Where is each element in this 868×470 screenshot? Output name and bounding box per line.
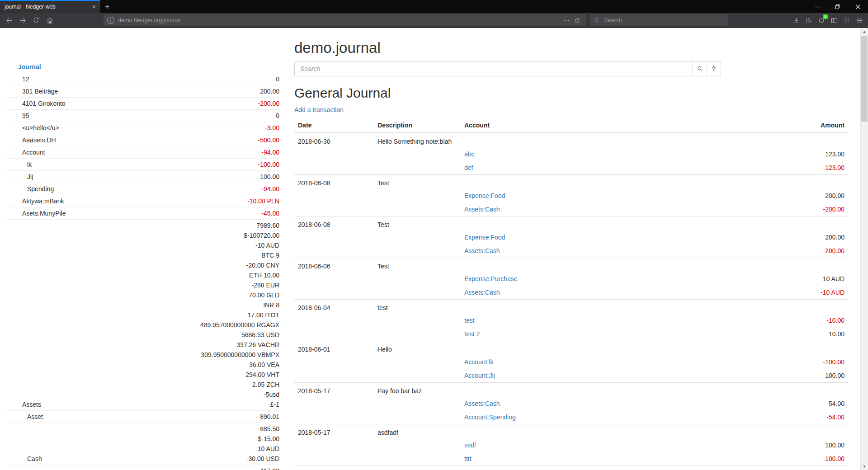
url-domain: demo.hledger.org xyxy=(118,17,162,24)
minimize-button[interactable] xyxy=(807,0,827,13)
posting-account-link[interactable]: Assets:Cash xyxy=(464,206,500,213)
posting-account-cell: Expense:Food xyxy=(461,233,749,242)
sidebar-heading-row: Journal xyxy=(7,61,279,73)
spacer xyxy=(374,371,461,380)
transaction[interactable]: 2018-05-17asdfadfssdf100.00tttt-100.00 xyxy=(294,424,848,465)
forward-button[interactable] xyxy=(16,14,29,27)
account-link[interactable]: 12 xyxy=(7,74,29,84)
tx-description: test xyxy=(374,303,461,312)
posting-account-link[interactable]: Expense:Food xyxy=(464,192,505,199)
posting-account-link[interactable]: ssdf xyxy=(464,442,476,449)
close-button[interactable] xyxy=(848,0,868,13)
browser-search-input[interactable] xyxy=(603,17,725,24)
transaction[interactable]: 2018-06-06TestExpense:Purchase10 AUDAsse… xyxy=(294,258,848,299)
account-balance: -200.00 xyxy=(258,99,279,108)
browser-search-bar[interactable] xyxy=(590,14,728,26)
account-link[interactable]: Asset xyxy=(7,412,43,422)
account-link[interactable]: Cash xyxy=(7,454,42,464)
posting-account-link[interactable]: test xyxy=(464,317,475,324)
posting-account-link[interactable]: Assets:Cash xyxy=(464,247,500,254)
journal-search-input[interactable] xyxy=(294,61,693,76)
account-link[interactable]: Jij xyxy=(7,172,33,182)
posting-account-link[interactable]: test 2 xyxy=(464,330,480,338)
transaction[interactable]: 2018-06-08TestExpense:Food200.00Assets:C… xyxy=(294,174,848,216)
account-link[interactable]: 95 xyxy=(7,111,29,121)
scrollbar-up-arrow[interactable]: ▲ xyxy=(861,28,868,35)
transaction[interactable]: 2018-05-17Pay foo bar bazAssets:Cash54.0… xyxy=(294,382,848,424)
posting-account-link[interactable]: Expense:Purchase xyxy=(464,275,518,282)
new-tab-button[interactable]: + xyxy=(100,0,114,13)
page-actions-icon[interactable] xyxy=(561,15,572,26)
search-help-button[interactable]: ? xyxy=(707,61,721,76)
tab-close-icon[interactable]: × xyxy=(90,4,98,10)
transaction[interactable]: 2018-06-08TestExpense:Food200.00Assets:C… xyxy=(294,216,848,258)
posting-account-cell: Expense:Purchase xyxy=(461,274,749,283)
posting-account-link[interactable]: tttt xyxy=(464,455,472,462)
scrollbar-thumb[interactable] xyxy=(861,36,868,122)
posting-account-link[interactable]: abc xyxy=(464,150,475,158)
transaction[interactable]: 2018-05-17Test xyxy=(294,465,848,470)
home-button[interactable] xyxy=(43,14,56,27)
spacer xyxy=(749,386,848,395)
spacer xyxy=(294,357,374,367)
restore-button[interactable] xyxy=(827,0,848,13)
spacer xyxy=(749,220,848,229)
tx-date: 2018-06-30 xyxy=(294,137,374,146)
tx-date: 2018-06-08 xyxy=(294,179,374,188)
browser-tab[interactable]: journal - hledger-web × xyxy=(0,0,100,13)
posting-account-link[interactable]: def xyxy=(464,164,473,171)
account-link[interactable]: 301 Beiträge xyxy=(7,86,58,96)
transaction[interactable]: 2018-06-30Hello Something note:blahabc12… xyxy=(294,133,848,174)
reload-button[interactable] xyxy=(30,14,42,27)
account-link[interactable]: Assets xyxy=(7,400,41,409)
add-transaction-link[interactable]: Add a transaction xyxy=(294,106,344,113)
posting-account-cell: test 2 xyxy=(461,329,749,338)
back-button[interactable] xyxy=(3,14,15,27)
journal-search-button[interactable] xyxy=(693,61,707,76)
library-icon[interactable] xyxy=(802,14,815,27)
posting-account-link[interactable]: Account:lk xyxy=(464,358,494,366)
account-link[interactable]: 4101 Girokonto xyxy=(7,99,66,108)
transaction[interactable]: 2018-06-04testtest-10.00test 210.00 xyxy=(294,299,848,341)
balance-amount: 36.00 VEA xyxy=(200,360,279,370)
account-link[interactable]: Asets:MunyPile xyxy=(7,208,66,218)
account-link[interactable]: <u>hello</u> xyxy=(7,123,59,133)
menu-hamburger-icon[interactable] xyxy=(853,14,866,27)
account-balance: 7989.60$-100720.00-10 AUDBTC 9-20.00 CNY… xyxy=(200,221,279,409)
posting-account-link[interactable]: Account:Jij xyxy=(464,372,495,379)
download-icon[interactable] xyxy=(790,14,802,27)
posting-account-link[interactable]: Assets:Cash xyxy=(464,289,500,296)
site-info-icon[interactable]: i xyxy=(107,17,114,24)
titlebar: journal - hledger-web × + xyxy=(0,0,868,13)
posting-account-cell: Assets:Cash xyxy=(461,205,749,214)
sidebar-account-list: 120301 Beiträge200.004101 Girokonto-200.… xyxy=(7,73,279,470)
balance-amount: -288 EUR xyxy=(200,280,279,290)
posting-account-link[interactable]: Assets:Cash xyxy=(464,400,500,407)
scrollbar-down-arrow[interactable]: ▼ xyxy=(861,463,868,470)
apps-grid-icon[interactable] xyxy=(840,14,853,27)
balance-amount: 309.950000000000 VBMPX xyxy=(200,350,279,360)
account-link[interactable]: Spending xyxy=(7,184,54,194)
transaction[interactable]: 2018-06-01HelloAccount:lk-100.00Account:… xyxy=(294,341,848,382)
spacer xyxy=(374,150,461,159)
spacer xyxy=(294,329,374,338)
page-scrollbar[interactable]: ▲ ▼ xyxy=(860,28,868,470)
posting-row: ssdf100.00 xyxy=(294,438,848,452)
account-row: 120 xyxy=(7,73,279,85)
sidebar-journal-link[interactable]: Journal xyxy=(7,62,41,72)
posting-account-link[interactable]: Account:Spending xyxy=(464,414,516,421)
register-table: Date Description Account Amount 2018-06-… xyxy=(294,118,848,470)
account-link[interactable]: Aktywa:mBank xyxy=(7,196,64,206)
account-link[interactable]: Account xyxy=(7,147,45,157)
extension-icon[interactable]: 0 xyxy=(815,14,828,27)
account-link[interactable]: lk xyxy=(7,160,32,169)
url-bar[interactable]: i demo.hledger.org/journal xyxy=(104,14,586,26)
spacer xyxy=(374,246,461,255)
sidebar-toggle-icon[interactable] xyxy=(828,14,840,27)
account-link[interactable]: Aaasets:DH xyxy=(7,135,56,145)
balance-amount: 0 xyxy=(276,111,279,121)
transaction-title-row: 2018-06-08Test xyxy=(294,216,848,230)
posting-account-link[interactable]: Expense:Food xyxy=(464,234,505,241)
url-text[interactable]: demo.hledger.org/journal xyxy=(118,17,561,24)
bookmark-star-icon[interactable] xyxy=(572,15,583,26)
